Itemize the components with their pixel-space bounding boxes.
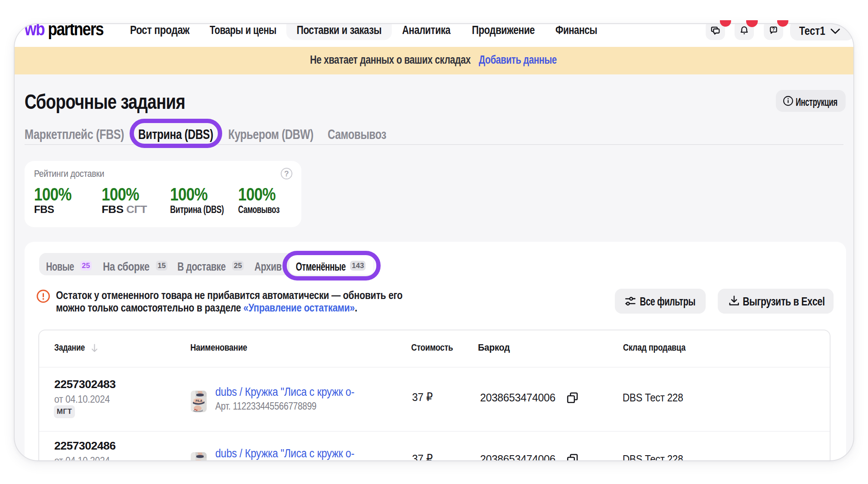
svg-text:FILA: FILA [195, 461, 202, 461]
svg-text:FILA: FILA [195, 399, 202, 402]
